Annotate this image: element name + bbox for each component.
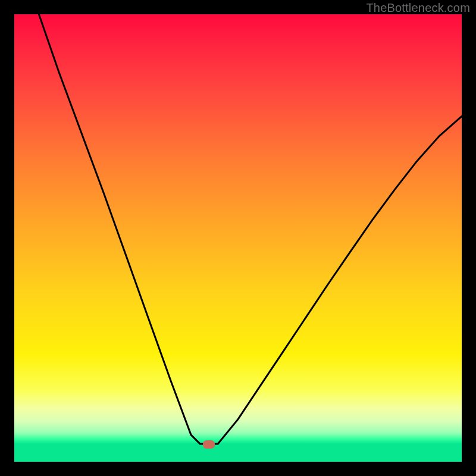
chart-stage: TheBottleneck.com [0, 0, 476, 476]
watermark-text: TheBottleneck.com [366, 1, 470, 15]
bottleneck-curve [14, 14, 462, 462]
optimal-point-marker [203, 440, 215, 449]
plot-area [14, 14, 462, 462]
